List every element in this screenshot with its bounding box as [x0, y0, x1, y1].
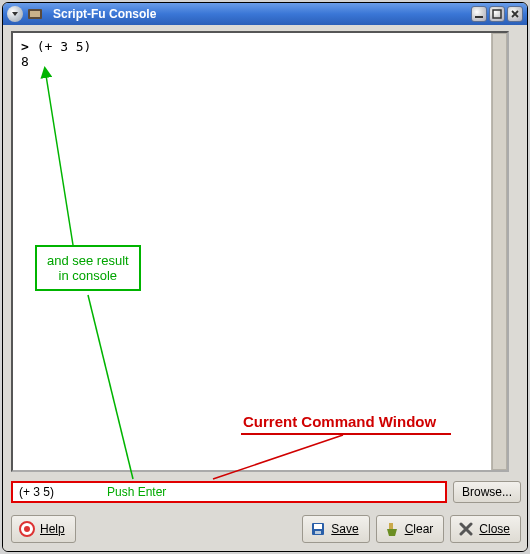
console-result: 8: [21, 54, 29, 69]
bottom-button-row: Help Save Clear Close: [11, 513, 521, 545]
browse-button[interactable]: Browse...: [453, 481, 521, 503]
svg-point-5: [24, 526, 30, 532]
close-icon: [510, 9, 520, 19]
maximize-button[interactable]: [489, 6, 505, 22]
app-icon: [27, 6, 43, 22]
command-input-wrap: Push Enter: [11, 481, 447, 503]
close-label: Close: [479, 522, 510, 536]
clear-icon: [383, 520, 401, 538]
titlebar: Script-Fu Console: [3, 3, 527, 25]
window-title: Script-Fu Console: [53, 7, 156, 21]
save-button[interactable]: Save: [302, 515, 369, 543]
command-input[interactable]: [17, 484, 77, 500]
help-icon: [18, 520, 36, 538]
push-enter-annotation: Push Enter: [107, 485, 166, 499]
window-frame: Script-Fu Console > (+ 3 5) 8: [2, 2, 528, 552]
scrollbar-thumb[interactable]: [492, 33, 507, 470]
svg-rect-2: [475, 16, 483, 18]
minimize-button[interactable]: [471, 6, 487, 22]
svg-rect-3: [493, 10, 501, 18]
svg-rect-7: [314, 524, 322, 529]
close-button[interactable]: Close: [450, 515, 521, 543]
save-label: Save: [331, 522, 358, 536]
titlebar-left: Script-Fu Console: [7, 6, 156, 22]
command-row: Push Enter Browse...: [11, 479, 521, 505]
result-annotation-l1: and see result: [47, 253, 129, 268]
cmd-window-annotation: Current Command Window: [243, 413, 436, 430]
help-label: Help: [40, 522, 65, 536]
client-area: > (+ 3 5) 8 Push Enter Browse... Help: [3, 25, 527, 551]
chevron-down-icon: [11, 10, 19, 18]
close-button-icon: [457, 520, 475, 538]
result-annotation-box: and see result in console: [35, 245, 141, 291]
svg-rect-9: [389, 523, 393, 529]
maximize-icon: [492, 9, 502, 19]
help-button[interactable]: Help: [11, 515, 76, 543]
vertical-scrollbar[interactable]: [491, 33, 507, 470]
cmd-window-underline: [241, 433, 451, 435]
save-icon: [309, 520, 327, 538]
svg-rect-8: [315, 531, 321, 534]
result-annotation-l2: in console: [47, 268, 129, 283]
console-prompt: >: [21, 39, 29, 54]
clear-label-rest: lear: [413, 522, 433, 536]
console-text: > (+ 3 5) 8: [21, 39, 91, 69]
minimize-icon: [474, 9, 484, 19]
console-echo: (+ 3 5): [37, 39, 92, 54]
window-menu-button[interactable]: [7, 6, 23, 22]
titlebar-controls: [471, 6, 523, 22]
svg-rect-1: [30, 11, 40, 17]
clear-button[interactable]: Clear: [376, 515, 445, 543]
close-window-button[interactable]: [507, 6, 523, 22]
